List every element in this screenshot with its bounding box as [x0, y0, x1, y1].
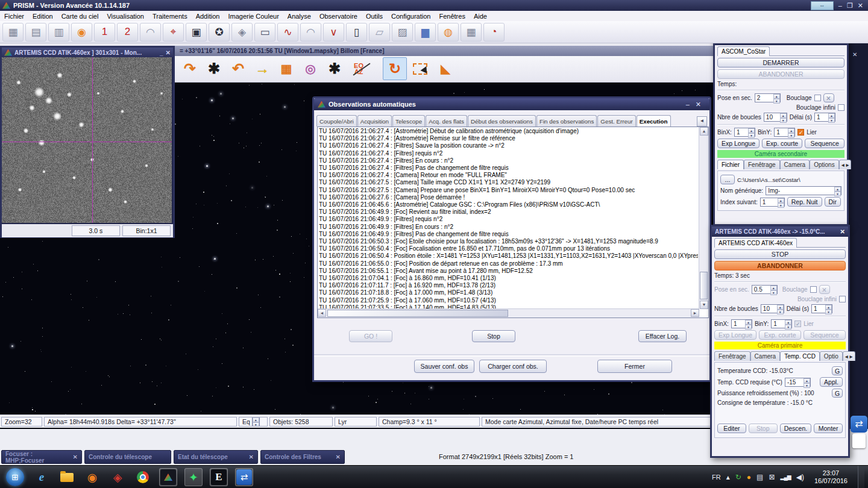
flip-south-icon[interactable]: ↷ — [178, 57, 202, 80]
artemis-close-button[interactable]: ✕ — [840, 228, 845, 235]
exp-longue-button[interactable]: Exp Longue — [717, 139, 760, 148]
tab-scroll-left-icon[interactable]: ◄ — [697, 116, 707, 127]
bouclage-infini-checkbox[interactable] — [839, 296, 846, 302]
toolbar-icon[interactable]: ▆ — [415, 23, 436, 42]
biny-spinner[interactable]: 1▲▼ — [771, 319, 792, 328]
delai-spinner[interactable]: 1▲▼ — [811, 304, 832, 313]
tab-temp-ccd[interactable]: Temp. CCD — [780, 351, 820, 361]
tab-gest-erreur[interactable]: Gest. Erreur — [597, 115, 635, 127]
solar-system-icon[interactable]: ◎ — [298, 57, 322, 80]
comet-app-icon[interactable]: ✦ — [184, 468, 203, 486]
appl-button[interactable]: Appl. — [820, 377, 843, 387]
minimize-button[interactable]: – — [838, 2, 842, 9]
ephemeris-icon[interactable]: ▦ — [274, 57, 298, 80]
teamviewer-tab[interactable] — [852, 434, 866, 448]
menu-item[interactable]: Observatoire — [315, 13, 362, 20]
toolbar-icon[interactable]: ▨ — [392, 23, 413, 42]
toolbar-icon[interactable]: ✪ — [209, 23, 230, 42]
scroll-left-icon[interactable]: ◄ — [318, 309, 326, 317]
dir-button[interactable]: Dir — [825, 197, 841, 207]
artemis-abort-button[interactable]: ABANDONNER — [714, 261, 846, 271]
menu-item[interactable]: Traitements — [148, 13, 192, 20]
zoom-in-icon[interactable]: ✱ — [202, 57, 226, 80]
cancel-loop-button[interactable]: ✕ — [819, 285, 830, 294]
clear-log-button[interactable]: Effacer Log. — [638, 330, 687, 342]
stop-button[interactable]: Stop — [472, 330, 515, 342]
flip-north-icon[interactable]: ↶ — [226, 57, 250, 80]
measure-tool-icon[interactable]: ◣ — [433, 57, 458, 80]
teamviewer-taskbar-icon[interactable]: ⇄ — [235, 468, 253, 486]
tab-camera[interactable]: Camera — [780, 160, 810, 169]
scroll-thumb[interactable] — [700, 272, 708, 299]
ccd-close-button[interactable]: ✕ — [166, 49, 171, 56]
exp-courte-button[interactable]: Exp. courte — [762, 139, 802, 148]
orange-app-tray-icon[interactable]: ● — [747, 473, 751, 481]
stop-cooling-button[interactable]: Stop — [749, 424, 778, 433]
tab-debut-des-observations[interactable]: Début des observations — [468, 115, 536, 127]
exp-courte-button[interactable]: Exp. courte — [759, 330, 801, 340]
volume-icon[interactable]: ◀) — [796, 473, 804, 481]
network-status-icon[interactable]: ⊠ — [769, 473, 775, 481]
sync-tray-icon[interactable]: ↻ — [735, 473, 741, 481]
e-app-icon[interactable]: E — [210, 468, 228, 486]
menu-item[interactable]: Aide — [470, 13, 491, 20]
goto-icon[interactable]: → — [250, 57, 274, 80]
toolbar-icon[interactable]: ∨ — [323, 23, 344, 42]
plug-tray-icon[interactable]: ▤ — [756, 473, 763, 481]
tab-scroll-icons[interactable]: ◂ ▸ — [843, 351, 855, 361]
toolbar-icon[interactable]: ◔ — [483, 23, 505, 42]
language-indicator[interactable]: FR — [712, 474, 721, 481]
artemis-titlebar[interactable]: ARTEMIS CCD ATIK-460ex -> -15.0°C... ✕ — [712, 227, 848, 237]
toolbar-icon[interactable]: ▥ — [48, 23, 69, 42]
menu-item[interactable]: Analyse — [283, 13, 315, 20]
frame-spinner[interactable]: ▲▼ — [252, 417, 260, 426]
ccd-minimize-button[interactable]: _ — [160, 49, 163, 56]
scroll-down-icon[interactable]: ▼ — [700, 301, 708, 309]
editer-button[interactable]: Editer — [717, 424, 746, 433]
menu-item[interactable]: Fichier — [0, 13, 28, 20]
scroll-thumb[interactable] — [327, 310, 508, 317]
menu-item[interactable]: Imagerie Couleur — [224, 13, 283, 20]
dialog-minimize-button[interactable]: – — [686, 101, 690, 108]
menu-item[interactable]: Fenêtres — [435, 13, 469, 20]
prism-taskbar-icon[interactable] — [159, 468, 177, 486]
tab-options[interactable]: Options — [810, 160, 838, 169]
rep-nuit-button[interactable]: Rep. Nuit — [787, 197, 822, 207]
minimized-window-focuser[interactable]: Focuser : MHP;Focuser✕ — [1, 450, 82, 464]
skymap-titlebar[interactable]: = +33°01'16" 16/07/2016 20:51:56 TU [Win… — [175, 46, 714, 56]
log-horizontal-scrollbar[interactable]: ◄ ► — [318, 308, 699, 318]
toolbar-icon[interactable]: ▱ — [369, 23, 390, 42]
toolbar-icon[interactable]: ◠ — [300, 23, 321, 42]
sequence-button[interactable]: Sequence — [805, 139, 844, 148]
go-button[interactable]: GO ! — [349, 330, 392, 342]
toolbar-icon[interactable]: ◉ — [71, 23, 92, 42]
close-icon[interactable]: ✕ — [69, 454, 78, 460]
costar-abort-button[interactable]: ABANDONNER — [717, 69, 844, 79]
scroll-up-icon[interactable]: ▲ — [700, 127, 708, 136]
close-icon[interactable]: ✕ — [245, 454, 254, 460]
log-vertical-scrollbar[interactable]: ▲ ▼ — [699, 127, 708, 309]
teamviewer-edge-badge[interactable]: ⇄ — [851, 416, 868, 448]
restore-button[interactable]: ❐ — [847, 2, 853, 10]
tab-camera[interactable]: Camera — [750, 351, 781, 361]
browse-button[interactable]: ... — [720, 175, 735, 184]
toolbar-icon[interactable]: ◍ — [438, 23, 459, 42]
toolbar-icon[interactable]: ◠ — [140, 23, 161, 42]
observations-dialog-titlebar[interactable]: Observations automatiques – ✕ — [314, 98, 709, 110]
biny-spinner[interactable]: 1▲▼ — [774, 128, 795, 137]
toolbar-icon[interactable]: ⌖ — [163, 23, 184, 42]
explorer-folder-icon[interactable] — [58, 468, 76, 486]
show-desktop-button[interactable] — [858, 466, 864, 488]
pose-spinner[interactable]: 0.5▲▼ — [752, 285, 778, 294]
ccd-window-titlebar[interactable]: ARTEMIS CCD ATIK-460ex ] 301x301 - Mon..… — [2, 48, 173, 57]
graph-button[interactable]: G — [832, 366, 843, 375]
menu-item[interactable]: Outils — [362, 13, 387, 20]
chrome-icon[interactable] — [134, 468, 152, 486]
ccd-image[interactable] — [2, 57, 172, 223]
binx-spinner[interactable]: 1▲▼ — [734, 128, 755, 137]
rotate-field-icon[interactable]: ↻ — [383, 57, 407, 80]
boucles-spinner[interactable]: 10▲▼ — [764, 113, 787, 122]
toolbar-icon[interactable]: ◈ — [231, 23, 253, 42]
minimized-window-telescope-state[interactable]: Etat du télescope✕ — [174, 450, 258, 464]
menu-item[interactable]: Addition — [192, 13, 224, 20]
